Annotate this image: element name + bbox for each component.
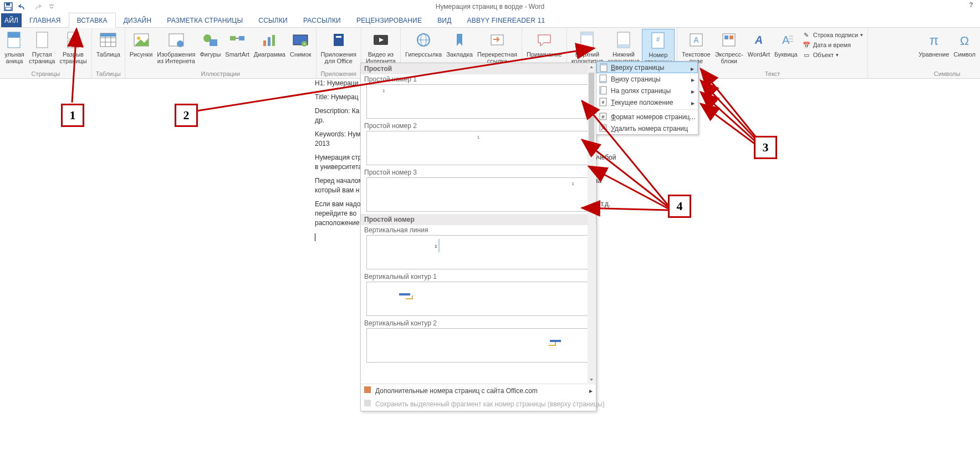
menu-current-position[interactable]: # Текущее положение ▸ [596, 96, 698, 108]
svg-rect-28 [334, 34, 344, 46]
svg-point-15 [137, 37, 140, 40]
group-symbols: πУравнение ΩСимвол Символы [914, 28, 980, 78]
save-icon[interactable] [2, 1, 14, 13]
tab-references[interactable]: ССЫЛКИ [251, 13, 295, 27]
tab-design[interactable]: ДИЗАЙН [116, 13, 160, 27]
page-margins-icon [599, 86, 608, 95]
titlebar: Нумерация страниц в ворде - Word ? [0, 0, 980, 13]
svg-rect-36 [581, 32, 593, 35]
bookmark-button[interactable]: Закладка [444, 29, 475, 59]
group-illustrations: Рисунки Изображения из Интернета Фигуры … [125, 28, 317, 78]
group-text: AТекстовое поле Экспресс- блоки AWordArt… [677, 28, 868, 78]
submenu-arrow-icon: ▸ [691, 76, 695, 84]
gallery-item-vertical-contour-2[interactable]: Вертикальный контур 2 [361, 318, 596, 365]
menu-remove-page-numbers[interactable]: Удалить номера страниц [596, 123, 698, 134]
hyperlink-button[interactable]: Гиперссылка [403, 29, 444, 59]
page-break-button[interactable]: Разрыв страницы [57, 29, 89, 65]
tab-view[interactable]: ВИД [430, 13, 459, 27]
text-cursor [315, 233, 315, 241]
gallery-item-vertical-contour-1[interactable]: Вертикальный контур 1 [361, 272, 596, 318]
svg-text:π: π [929, 33, 938, 48]
tab-home[interactable]: ГЛАВНАЯ [22, 13, 68, 27]
format-icon: # [599, 112, 608, 121]
comment-button[interactable]: Примечание [524, 29, 564, 59]
gallery-item-simple-2[interactable]: Простой номер 2 1 [361, 121, 596, 167]
group-illustrations-label: Иллюстрации [125, 70, 316, 78]
textbox-button[interactable]: AТекстовое поле [680, 29, 713, 65]
svg-rect-4 [8, 32, 20, 38]
tab-review[interactable]: РЕЦЕНЗИРОВАНИЕ [349, 13, 430, 27]
qat-dropdown-icon[interactable] [45, 1, 58, 13]
tab-layout[interactable]: РАЗМЕТКА СТРАНИЦЫ [159, 13, 251, 27]
smartart-button[interactable]: SmartArt [223, 29, 251, 59]
svg-rect-73 [364, 400, 371, 406]
help-icon[interactable]: ? [966, 1, 977, 12]
gallery-item-simple-1[interactable]: Простой номер 1 1 [361, 74, 596, 121]
tab-file[interactable]: АЙЛ [1, 13, 22, 27]
svg-point-17 [177, 40, 183, 47]
gallery-item-vertical-line[interactable]: Вертикальная линия 1 [361, 225, 596, 272]
screenshot-button[interactable]: +Снимок [288, 29, 314, 59]
tab-abbyy[interactable]: ABBYY FineReader 11 [460, 13, 553, 27]
ribbon-tabs: АЙЛ ГЛАВНАЯ ВСТАВКА ДИЗАЙН РАЗМЕТКА СТРА… [0, 13, 980, 28]
cover-page-button[interactable]: ульная аница [2, 29, 27, 65]
apps-button[interactable]: Приложения для Office [319, 29, 359, 65]
svg-rect-24 [272, 35, 275, 46]
svg-rect-54 [600, 64, 607, 65]
gallery-item-simple-3[interactable]: Простой номер 3 1 [361, 167, 596, 214]
svg-rect-29 [336, 36, 341, 38]
shapes-button[interactable]: Фигуры [197, 29, 223, 59]
gallery-scrollbar[interactable] [588, 64, 595, 383]
redo-icon[interactable] [31, 1, 43, 13]
annotation-3: 3 [754, 136, 777, 159]
svg-rect-23 [268, 37, 270, 46]
svg-rect-71 [589, 73, 594, 156]
svg-rect-58 [600, 86, 601, 94]
remove-icon [599, 124, 608, 132]
svg-rect-72 [364, 386, 371, 393]
menu-format-page-numbers[interactable]: # Формат номеров страниц... [596, 111, 698, 123]
footer-button[interactable]: Нижний колонтитул [605, 29, 642, 65]
group-symbols-label: Символы [914, 70, 980, 78]
gallery-more-from-office[interactable]: Дополнительные номера страниц с сайта Of… [361, 384, 596, 397]
window-title: Нумерация страниц в ворде - Word [436, 3, 544, 11]
submenu-arrow-icon: ▸ [691, 99, 695, 107]
current-position-icon: # [599, 98, 608, 106]
menu-bottom-of-page[interactable]: Внизу страницы ▸ [596, 73, 698, 85]
blank-page-button[interactable]: Пустая страница [27, 29, 57, 65]
pictures-button[interactable]: Рисунки [127, 29, 155, 59]
online-pictures-button[interactable]: Изображения из Интернета [155, 29, 197, 65]
group-tables: Таблица Таблицы [92, 28, 125, 78]
svg-rect-2 [6, 7, 11, 10]
svg-text:A: A [782, 34, 790, 46]
svg-text:A: A [754, 34, 763, 46]
undo-icon[interactable] [17, 1, 29, 13]
svg-rect-19 [210, 39, 217, 46]
tab-insert[interactable]: ВСТАВКА [69, 13, 116, 28]
object-button[interactable]: ▭Объект ▾ [800, 50, 865, 60]
dropcap-button[interactable]: AБуквица [772, 29, 800, 59]
group-pages: ульная аница Пустая страница Разрыв стра… [0, 28, 92, 78]
wordart-button[interactable]: AWordArt [746, 29, 772, 59]
svg-text:A: A [693, 35, 699, 44]
calendar-icon: 📅 [802, 40, 811, 49]
equation-button[interactable]: πУравнение [916, 29, 951, 59]
symbol-button[interactable]: ΩСимвол [951, 29, 978, 59]
crossref-button[interactable]: Перекрестная ссылка [475, 29, 519, 65]
submenu-arrow-icon: ▸ [589, 387, 593, 395]
table-button[interactable]: Таблица [94, 29, 122, 59]
page-bottom-icon [599, 74, 608, 83]
date-time-button[interactable]: 📅Дата и время [800, 40, 865, 50]
signature-line-button[interactable]: ✎Строка подписи ▾ [800, 30, 865, 40]
group-apps-label: Приложения [317, 70, 361, 78]
page-number-gallery: Простой Простой номер 1 1 Простой номер … [360, 63, 596, 411]
online-video-button[interactable]: Видео из Интернета [364, 29, 398, 65]
menu-top-of-page[interactable]: Вверху страницы ▸ [596, 62, 698, 73]
tab-mailings[interactable]: РАССЫЛКИ [295, 13, 349, 27]
svg-rect-20 [230, 36, 236, 40]
svg-rect-21 [239, 36, 244, 40]
chart-button[interactable]: Диаграмма [252, 29, 288, 59]
menu-page-margins[interactable]: На полях страницы ▸ [596, 85, 698, 96]
header-button[interactable]: Верхний колонтитул [569, 29, 606, 65]
quickparts-button[interactable]: Экспресс- блоки [713, 29, 746, 65]
